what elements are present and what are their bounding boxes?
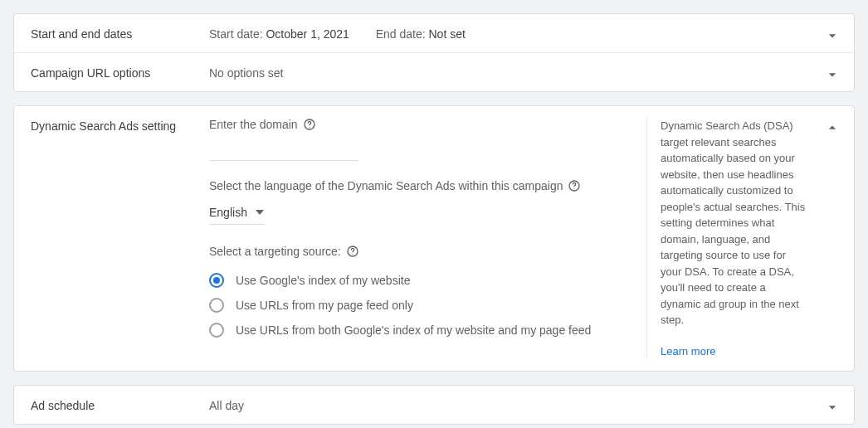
targeting-option-label: Use URLs from both Google's index of my … — [236, 323, 591, 337]
radio-icon — [209, 323, 224, 338]
domain-input[interactable] — [209, 138, 358, 161]
row-title-url-options: Campaign URL options — [31, 65, 209, 80]
language-label-text: Select the language of the Dynamic Searc… — [209, 179, 563, 192]
row-dsa: Dynamic Search Ads setting Enter the dom… — [14, 106, 854, 371]
targeting-option-label: Use Google's index of my website — [236, 274, 410, 287]
targeting-option-1[interactable]: Use URLs from my page feed only — [209, 293, 627, 318]
learn-more-link[interactable]: Learn more — [661, 343, 715, 360]
dsa-main: Enter the domain Select the language of … — [209, 118, 646, 359]
language-value: English — [209, 206, 247, 219]
settings-card-basic: Start and end dates Start date: October … — [13, 13, 855, 92]
domain-field-label: Enter the domain — [209, 118, 627, 131]
chevron-down-icon — [824, 399, 841, 416]
settings-card-dsa: Dynamic Search Ads setting Enter the dom… — [13, 105, 855, 372]
svg-point-1 — [309, 127, 310, 128]
row-url-options[interactable]: Campaign URL options No options set — [14, 52, 854, 91]
row-ad-schedule[interactable]: Ad schedule All day — [14, 386, 854, 424]
help-icon[interactable] — [346, 245, 359, 258]
targeting-field-label: Select a targeting source: — [209, 245, 627, 258]
settings-card-adschedule: Ad schedule All day — [13, 385, 855, 425]
language-select[interactable]: English — [209, 201, 264, 225]
expand-ad-schedule-button[interactable] — [824, 399, 841, 416]
help-icon[interactable] — [568, 179, 581, 192]
collapse-dsa-button[interactable] — [824, 119, 841, 136]
targeting-radio-group: Use Google's index of my website Use URL… — [209, 268, 627, 343]
row-dates[interactable]: Start and end dates Start date: October … — [14, 14, 854, 52]
targeting-option-label: Use URLs from my page feed only — [236, 299, 413, 312]
start-date-value: October 1, 2021 — [266, 27, 349, 41]
expand-dates-button[interactable] — [824, 27, 841, 44]
radio-icon — [209, 273, 224, 288]
row-content-dates: Start date: October 1, 2021 End date: No… — [209, 26, 837, 41]
chevron-down-icon — [824, 66, 841, 83]
targeting-option-2[interactable]: Use URLs from both Google's index of my … — [209, 318, 627, 343]
radio-icon — [209, 298, 224, 313]
start-date-label: Start date: — [209, 27, 263, 41]
language-field-label: Select the language of the Dynamic Searc… — [209, 179, 627, 192]
help-icon[interactable] — [303, 118, 316, 131]
end-date-label: End date: — [376, 27, 426, 41]
row-content-url-options: No options set — [209, 65, 837, 80]
expand-url-options-button[interactable] — [824, 66, 841, 83]
row-title-ad-schedule: Ad schedule — [31, 397, 209, 412]
dropdown-arrow-icon — [256, 206, 264, 219]
targeting-label-text: Select a targeting source: — [209, 245, 341, 258]
end-date-value: Not set — [429, 27, 466, 41]
svg-point-3 — [574, 188, 575, 189]
row-content-ad-schedule: All day — [209, 397, 837, 412]
domain-label-text: Enter the domain — [209, 118, 298, 131]
chevron-up-icon — [824, 119, 841, 136]
dsa-help-text: Dynamic Search Ads (DSA) target relevant… — [661, 118, 807, 328]
svg-point-5 — [352, 254, 353, 255]
dsa-help-panel: Dynamic Search Ads (DSA) target relevant… — [646, 118, 837, 359]
row-title-dsa: Dynamic Search Ads setting — [31, 118, 209, 359]
row-title-dates: Start and end dates — [31, 26, 209, 41]
chevron-down-icon — [824, 27, 841, 44]
targeting-option-0[interactable]: Use Google's index of my website — [209, 268, 627, 293]
